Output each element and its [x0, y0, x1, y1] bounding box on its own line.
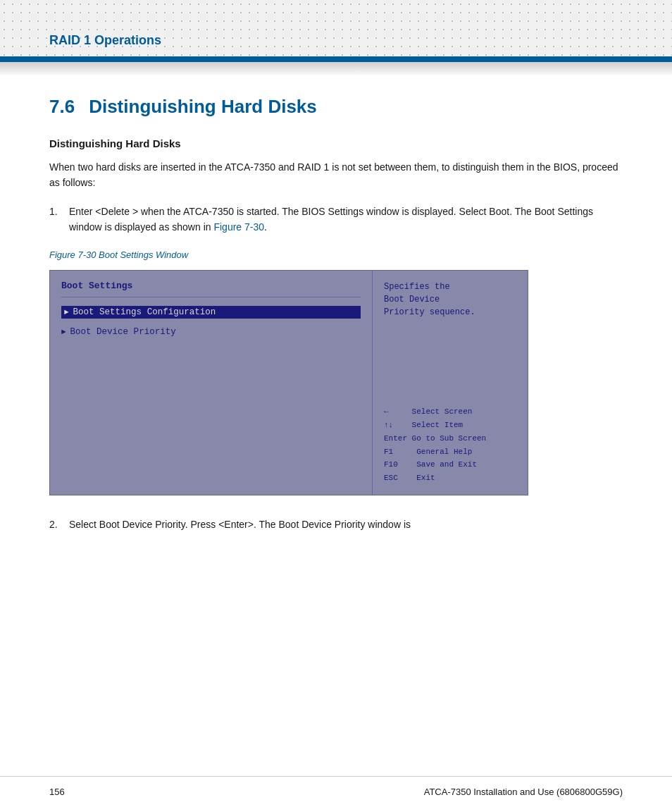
dots-pattern: [0, 0, 672, 56]
header-title-text: RAID 1 Operations: [49, 33, 161, 47]
gray-bar: [0, 62, 672, 75]
list-number: 1.: [49, 204, 69, 219]
list-item-text: Enter <Delete > when the ATCA-7350 is st…: [69, 204, 623, 235]
step1-text-before: Enter <Delete > when the ATCA-7350 is st…: [69, 206, 593, 233]
subsection-title: Distinguishing Hard Disks: [49, 137, 623, 149]
section-title: Distinguishing Hard Disks: [89, 96, 317, 118]
bios-help-text: Specifies theBoot DevicePriority sequenc…: [384, 281, 516, 319]
footer-page-number: 156: [49, 787, 65, 797]
blue-bar: [0, 56, 672, 62]
section-number: 7.6: [49, 96, 75, 118]
step1-text-after: .: [264, 221, 267, 233]
bios-screenshot: Boot Settings ► Boot Settings Configurat…: [49, 270, 528, 495]
bios-right-inner: Specifies theBoot DevicePriority sequenc…: [384, 281, 516, 485]
key-help-row-6: ESC Exit: [384, 472, 516, 485]
section-heading: 7.6 Distinguishing Hard Disks: [49, 96, 623, 118]
key-help-row-4: F1 General Help: [384, 445, 516, 459]
steps-list: 1. Enter <Delete > when the ATCA-7350 is…: [49, 204, 623, 235]
intro-paragraph: When two hard disks are inserted in the …: [49, 159, 623, 191]
page-header: RAID 1 Operations: [0, 0, 672, 56]
key-help-row-1: ← Select Screen: [384, 405, 516, 419]
bios-title: Boot Settings: [61, 281, 361, 291]
key-help-row-3: Enter Go to Sub Screen: [384, 432, 516, 445]
bios-arrow-2: ►: [61, 328, 66, 336]
figure-caption: Figure 7-30 Boot Settings Window: [49, 250, 623, 260]
page-footer: 156 ATCA-7350 Installation and Use (6806…: [0, 776, 672, 807]
bios-menu-item-2: ► Boot Device Priority: [61, 327, 361, 337]
bios-menu-item-1: ► Boot Settings Configuration: [61, 306, 361, 319]
bios-divider: [61, 297, 361, 297]
list-item: 1. Enter <Delete > when the ATCA-7350 is…: [49, 204, 623, 235]
bios-left-panel: Boot Settings ► Boot Settings Configurat…: [50, 271, 373, 495]
main-content: 7.6 Distinguishing Hard Disks Distinguis…: [0, 75, 672, 574]
list-item-2-text: Select Boot Device Priority. Press <Ente…: [69, 517, 623, 532]
bios-menu-label-2: Boot Device Priority: [70, 327, 176, 337]
list-number-2: 2.: [49, 517, 69, 532]
bios-key-help: ← Select Screen ↑↓ Select Item Enter Go …: [384, 405, 516, 484]
bios-menu-label-1: Boot Settings Configuration: [73, 307, 216, 317]
bios-arrow-1: ►: [64, 308, 69, 316]
bios-right-panel: Specifies theBoot DevicePriority sequenc…: [373, 271, 528, 495]
figure-link[interactable]: Figure 7-30: [213, 221, 264, 233]
header-title: RAID 1 Operations: [49, 33, 161, 48]
key-help-row-2: ↑↓ Select Item: [384, 419, 516, 432]
key-help-row-5: F10 Save and Exit: [384, 458, 516, 472]
steps-list-2: 2. Select Boot Device Priority. Press <E…: [49, 517, 623, 532]
list-item-2: 2. Select Boot Device Priority. Press <E…: [49, 517, 623, 532]
footer-document-title: ATCA-7350 Installation and Use (6806800G…: [424, 787, 623, 797]
